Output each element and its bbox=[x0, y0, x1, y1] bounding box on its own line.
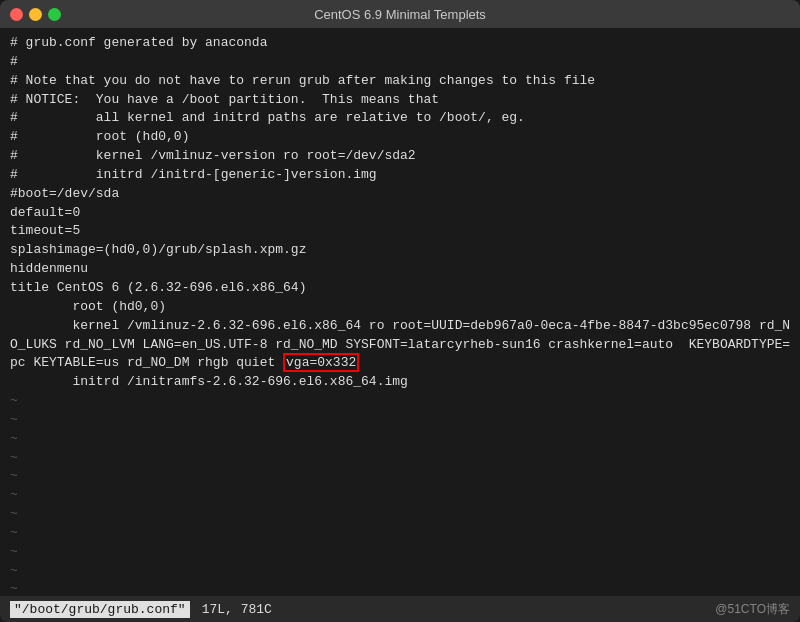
tilde-1: ~ bbox=[10, 392, 790, 411]
status-info: 17L, 781C bbox=[202, 602, 272, 617]
tilde-10: ~ bbox=[10, 562, 790, 581]
line-6: # root (hd0,0) bbox=[10, 128, 790, 147]
status-bar: "/boot/grub/grub.conf" 17L, 781C @51CTO博… bbox=[0, 596, 800, 622]
watermark: @51CTO博客 bbox=[715, 601, 790, 618]
line-16: kernel /vmlinuz-2.6.32-696.el6.x86_64 ro… bbox=[10, 317, 790, 336]
status-left: "/boot/grub/grub.conf" 17L, 781C bbox=[10, 601, 272, 618]
maximize-button[interactable] bbox=[48, 8, 61, 21]
tilde-4: ~ bbox=[10, 449, 790, 468]
line-7: # kernel /vmlinuz-version ro root=/dev/s… bbox=[10, 147, 790, 166]
line-8: # initrd /initrd-[generic-]version.img bbox=[10, 166, 790, 185]
tilde-5: ~ bbox=[10, 467, 790, 486]
line-19: initrd /initramfs-2.6.32-696.el6.x86_64.… bbox=[10, 373, 790, 392]
line-3: # Note that you do not have to rerun gru… bbox=[10, 72, 790, 91]
close-button[interactable] bbox=[10, 8, 23, 21]
tilde-9: ~ bbox=[10, 543, 790, 562]
line-17: O_LUKS rd_NO_LVM LANG=en_US.UTF-8 rd_NO_… bbox=[10, 336, 790, 355]
line-18: pc KEYTABLE=us rd_NO_DM rhgb quiet vga=0… bbox=[10, 354, 790, 373]
line-4: # NOTICE: You have a /boot partition. Th… bbox=[10, 91, 790, 110]
line-2: # bbox=[10, 53, 790, 72]
tilde-6: ~ bbox=[10, 486, 790, 505]
tilde-3: ~ bbox=[10, 430, 790, 449]
line-15: root (hd0,0) bbox=[10, 298, 790, 317]
tilde-8: ~ bbox=[10, 524, 790, 543]
line-13: hiddenmenu bbox=[10, 260, 790, 279]
tilde-2: ~ bbox=[10, 411, 790, 430]
title-bar: CentOS 6.9 Minimal Templets bbox=[0, 0, 800, 28]
status-filename: "/boot/grub/grub.conf" bbox=[10, 601, 190, 618]
line-1: # grub.conf generated by anaconda bbox=[10, 34, 790, 53]
line-10: default=0 bbox=[10, 204, 790, 223]
highlighted-vga: vga=0x332 bbox=[283, 353, 359, 372]
tilde-7: ~ bbox=[10, 505, 790, 524]
tilde-11: ~ bbox=[10, 580, 790, 596]
line-5: # all kernel and initrd paths are relati… bbox=[10, 109, 790, 128]
line-12: splashimage=(hd0,0)/grub/splash.xpm.gz bbox=[10, 241, 790, 260]
terminal-window: CentOS 6.9 Minimal Templets # grub.conf … bbox=[0, 0, 800, 622]
terminal-body[interactable]: # grub.conf generated by anaconda # # No… bbox=[0, 28, 800, 596]
line-9: #boot=/dev/sda bbox=[10, 185, 790, 204]
line-14: title CentOS 6 (2.6.32-696.el6.x86_64) bbox=[10, 279, 790, 298]
line-11: timeout=5 bbox=[10, 222, 790, 241]
traffic-lights bbox=[10, 8, 61, 21]
window-title: CentOS 6.9 Minimal Templets bbox=[314, 7, 486, 22]
minimize-button[interactable] bbox=[29, 8, 42, 21]
